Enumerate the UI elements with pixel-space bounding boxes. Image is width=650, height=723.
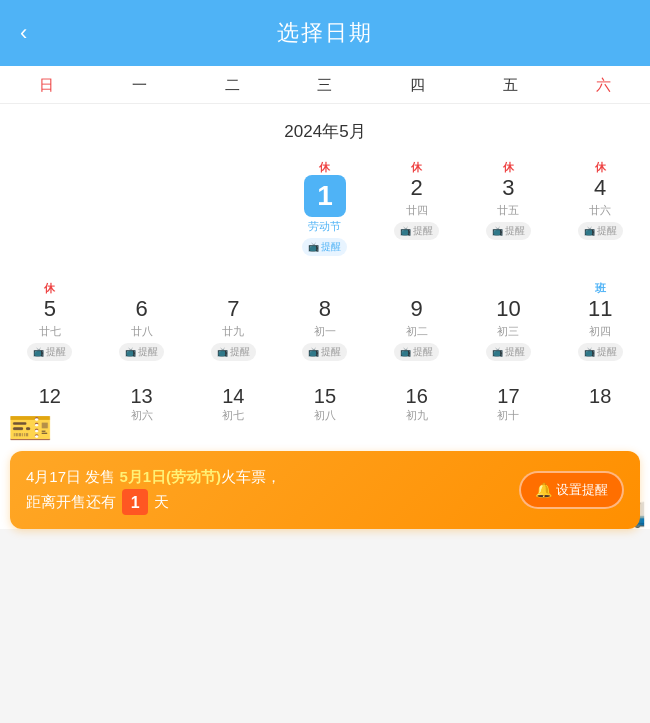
weekday-sun: 日 bbox=[0, 76, 93, 95]
day-number-1: 1 bbox=[304, 175, 346, 217]
day-13[interactable]: 13 初六 bbox=[96, 381, 188, 427]
holiday-tag-1: 休 bbox=[319, 159, 330, 175]
day-number-6: 6 bbox=[135, 296, 147, 322]
remind-icon-5: 📺 bbox=[33, 347, 44, 357]
remind-label-8: 提醒 bbox=[321, 345, 341, 359]
day-lunar-15: 初八 bbox=[314, 408, 336, 423]
remind-label-10: 提醒 bbox=[505, 345, 525, 359]
day-4[interactable]: 休 4 廿六 📺 提醒 bbox=[554, 153, 646, 262]
day-number-7: 7 bbox=[227, 296, 239, 322]
remind-btn-2[interactable]: 📺 提醒 bbox=[394, 222, 439, 240]
remind-icon-1: 📺 bbox=[308, 242, 319, 252]
day-15[interactable]: 15 初八 bbox=[279, 381, 371, 427]
remind-label-6: 提醒 bbox=[138, 345, 158, 359]
week1-grid: 休 1 劳动节 📺 提醒 休 2 廿四 📺 提醒 休 3 廿五 📺 提醒 休 4… bbox=[0, 153, 650, 270]
day-number-8: 8 bbox=[319, 296, 331, 322]
remind-btn-4[interactable]: 📺 提醒 bbox=[578, 222, 623, 240]
day-number-12: 12 bbox=[39, 385, 61, 408]
month-label: 2024年5月 bbox=[0, 104, 650, 153]
weekday-sat: 六 bbox=[557, 76, 650, 95]
day-number-9: 9 bbox=[411, 296, 423, 322]
holiday-tag-5: 休 bbox=[44, 280, 55, 296]
remind-btn-6[interactable]: 📺 提醒 bbox=[119, 343, 164, 361]
day-number-3: 3 bbox=[502, 175, 514, 201]
day-number-18: 18 bbox=[589, 385, 611, 408]
day-lunar-11: 初四 bbox=[589, 324, 611, 339]
remind-btn-11[interactable]: 📺 提醒 bbox=[578, 343, 623, 361]
remind-icon-6: 📺 bbox=[125, 347, 136, 357]
day-number-5: 5 bbox=[44, 296, 56, 322]
day-number-14: 14 bbox=[222, 385, 244, 408]
day-18[interactable]: 18 bbox=[554, 381, 646, 427]
holiday-tag-4: 休 bbox=[595, 159, 606, 175]
day-10[interactable]: 10 初三 📺 提醒 bbox=[463, 274, 555, 367]
holiday-tag-2: 休 bbox=[411, 159, 422, 175]
back-button[interactable]: ‹ bbox=[20, 20, 27, 46]
day-7[interactable]: 7 廿九 📺 提醒 bbox=[187, 274, 279, 367]
remind-label-7: 提醒 bbox=[230, 345, 250, 359]
page-title: 选择日期 bbox=[277, 18, 373, 48]
header: ‹ 选择日期 bbox=[0, 0, 650, 66]
day-14[interactable]: 14 初七 bbox=[187, 381, 279, 427]
empty-cell-1 bbox=[4, 153, 96, 262]
day-number-16: 16 bbox=[406, 385, 428, 408]
day-lunar-2: 廿四 bbox=[406, 203, 428, 218]
day-lunar-14: 初七 bbox=[222, 408, 244, 423]
day-2[interactable]: 休 2 廿四 📺 提醒 bbox=[371, 153, 463, 262]
class-tag-11: 班 bbox=[595, 280, 606, 296]
day-5[interactable]: 休 5 廿七 📺 提醒 bbox=[4, 274, 96, 367]
remind-btn-5[interactable]: 📺 提醒 bbox=[27, 343, 72, 361]
day-8[interactable]: 8 初一 📺 提醒 bbox=[279, 274, 371, 367]
day-lunar-6: 廿八 bbox=[131, 324, 153, 339]
week3-with-banner: 12 13 初六 14 初七 15 初八 16 初九 17 初十 🚄 18 bbox=[0, 375, 650, 529]
remind-btn-10[interactable]: 📺 提醒 bbox=[486, 343, 531, 361]
remind-icon-11: 📺 bbox=[584, 347, 595, 357]
decoration-row: 🎫 bbox=[0, 427, 650, 447]
day-17[interactable]: 17 初十 🚄 bbox=[463, 381, 555, 427]
remind-btn-3[interactable]: 📺 提醒 bbox=[486, 222, 531, 240]
remind-label-2: 提醒 bbox=[413, 224, 433, 238]
day-11[interactable]: 班 11 初四 📺 提醒 bbox=[554, 274, 646, 367]
day-6[interactable]: 6 廿八 📺 提醒 bbox=[96, 274, 188, 367]
banner-days-unit: 天 bbox=[154, 494, 169, 511]
weekday-fri: 五 bbox=[464, 76, 557, 95]
weekday-wed: 三 bbox=[279, 76, 372, 95]
remind-btn-8[interactable]: 📺 提醒 bbox=[302, 343, 347, 361]
empty-cell-2 bbox=[96, 153, 188, 262]
day-lunar-13: 初六 bbox=[131, 408, 153, 423]
reminder-btn-label: 设置提醒 bbox=[556, 481, 608, 499]
reminder-bell-icon: 🔔 bbox=[535, 482, 552, 498]
day-3[interactable]: 休 3 廿五 📺 提醒 bbox=[463, 153, 555, 262]
day-number-17: 17 bbox=[497, 385, 519, 408]
set-reminder-button[interactable]: 🔔 设置提醒 bbox=[519, 471, 624, 509]
remind-btn-1[interactable]: 📺 提醒 bbox=[302, 238, 347, 256]
banner-ticket: 火车票， bbox=[221, 468, 281, 485]
ticket-icon: 🎫 bbox=[8, 407, 53, 449]
empty-cell-3 bbox=[187, 153, 279, 262]
day-1[interactable]: 休 1 劳动节 📺 提醒 bbox=[279, 153, 371, 262]
remind-icon-7: 📺 bbox=[217, 347, 228, 357]
remind-btn-7[interactable]: 📺 提醒 bbox=[211, 343, 256, 361]
banner-highlight-date: 5月1日(劳动节) bbox=[119, 468, 221, 485]
remind-icon-4: 📺 bbox=[584, 226, 595, 236]
remind-icon-10: 📺 bbox=[492, 347, 503, 357]
remind-icon-9: 📺 bbox=[400, 347, 411, 357]
holiday-tag-3: 休 bbox=[503, 159, 514, 175]
week2-grid: 休 5 廿七 📺 提醒 6 廿八 📺 提醒 7 廿九 📺 提醒 8 初一 📺 bbox=[0, 270, 650, 375]
day-lunar-4: 廿六 bbox=[589, 203, 611, 218]
day-lunar-7: 廿九 bbox=[222, 324, 244, 339]
remind-icon-8: 📺 bbox=[308, 347, 319, 357]
day-9[interactable]: 9 初二 📺 提醒 bbox=[371, 274, 463, 367]
banner-text: 4月17日 发售 5月1日(劳动节)火车票， 距离开售还有 1 天 bbox=[26, 465, 509, 515]
remind-icon-2: 📺 bbox=[400, 226, 411, 236]
day-16[interactable]: 16 初九 bbox=[371, 381, 463, 427]
banner-date: 4月17日 bbox=[26, 468, 81, 485]
remind-label-9: 提醒 bbox=[413, 345, 433, 359]
day-number-4: 4 bbox=[594, 175, 606, 201]
day-number-13: 13 bbox=[130, 385, 152, 408]
remind-label-1: 提醒 bbox=[321, 240, 341, 254]
days-badge: 1 bbox=[122, 489, 148, 515]
day-lunar-10: 初三 bbox=[497, 324, 519, 339]
weekday-tue: 二 bbox=[186, 76, 279, 95]
remind-btn-9[interactable]: 📺 提醒 bbox=[394, 343, 439, 361]
